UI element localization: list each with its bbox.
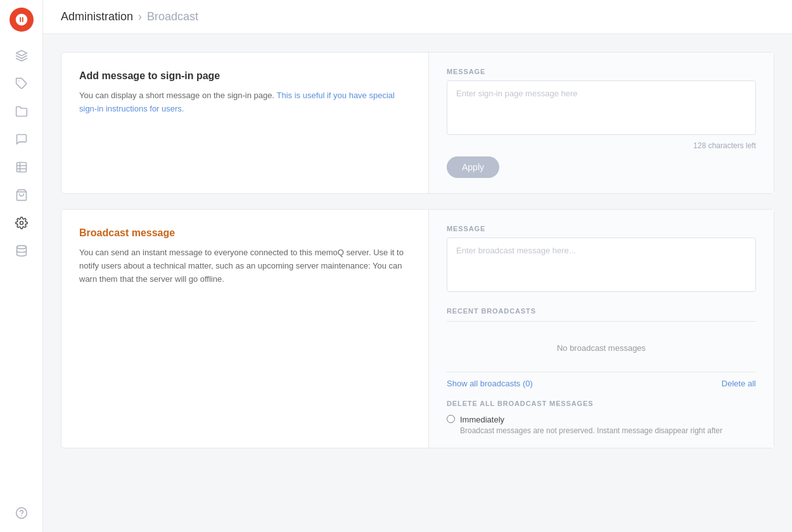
broadcast-message-label: MESSAGE	[447, 225, 756, 232]
apply-button[interactable]: Apply	[447, 156, 499, 178]
sidebar-item-layers[interactable]	[10, 44, 33, 67]
app-logo[interactable]	[10, 8, 34, 32]
sign-in-message-input[interactable]	[447, 80, 756, 135]
broadcast-left: Broadcast message You can send an instan…	[61, 210, 429, 448]
sidebar-item-folder[interactable]	[10, 100, 33, 123]
svg-point-6	[20, 222, 23, 225]
broadcasts-footer: Show all broadcasts (0) Delete all	[447, 372, 756, 388]
immediately-label[interactable]: Immediately	[460, 415, 504, 424]
main-content: Administration › Broadcast Add message t…	[43, 0, 792, 532]
svg-point-7	[16, 246, 26, 249]
recent-divider	[447, 321, 756, 322]
sign-in-message-label: MESSAGE	[447, 68, 756, 75]
immediately-radio[interactable]	[447, 415, 455, 423]
broadcast-right: MESSAGE RECENT BROADCASTS No broadcast m…	[429, 210, 774, 448]
sign-in-title: Add message to sign-in page	[79, 70, 411, 82]
sidebar-item-shopping[interactable]	[10, 184, 33, 206]
immediately-radio-row: Immediately Broadcast messages are not p…	[447, 414, 756, 435]
no-broadcasts-text: No broadcast messages	[447, 328, 756, 368]
svg-rect-1	[16, 163, 26, 172]
sidebar-item-chat[interactable]	[10, 128, 33, 151]
sign-in-desc: You can display a short message on the s…	[79, 89, 411, 116]
sidebar-item-database[interactable]	[10, 239, 33, 262]
delete-all-link[interactable]: Delete all	[722, 379, 756, 388]
broadcast-title: Broadcast message	[79, 227, 411, 239]
sidebar	[0, 0, 43, 532]
sidebar-item-help[interactable]	[10, 502, 33, 524]
broadcast-desc-text: You can send an instant message to every…	[79, 248, 404, 284]
recent-broadcasts-label: RECENT BROADCASTS	[447, 307, 756, 315]
sign-in-left: Add message to sign-in page You can disp…	[61, 53, 429, 193]
header-separator: ›	[138, 10, 142, 23]
delete-section-label: DELETE ALL BROADCAST MESSAGES	[447, 400, 756, 407]
sign-in-right: MESSAGE 128 characters left Apply	[429, 53, 774, 193]
header: Administration › Broadcast	[43, 0, 792, 34]
sidebar-item-settings[interactable]	[10, 212, 33, 234]
broadcast-message-input[interactable]	[447, 238, 756, 292]
char-count: 128 characters left	[447, 141, 756, 150]
header-admin-label: Administration	[61, 10, 133, 23]
header-page-label: Broadcast	[147, 10, 198, 23]
content-area: Add message to sign-in page You can disp…	[43, 34, 792, 532]
immediately-desc: Broadcast messages are not preserved. In…	[460, 426, 722, 435]
immediately-option: Immediately Broadcast messages are not p…	[460, 414, 722, 435]
sign-in-desc-text: You can display a short message on the s…	[79, 91, 274, 100]
broadcast-section: Broadcast message You can send an instan…	[61, 209, 774, 448]
sign-in-section: Add message to sign-in page You can disp…	[61, 52, 774, 194]
show-all-broadcasts-link[interactable]: Show all broadcasts (0)	[447, 379, 533, 388]
broadcast-desc: You can send an instant message to every…	[79, 246, 411, 286]
sidebar-item-analytics[interactable]	[10, 156, 33, 179]
sidebar-item-tags[interactable]	[10, 72, 33, 95]
